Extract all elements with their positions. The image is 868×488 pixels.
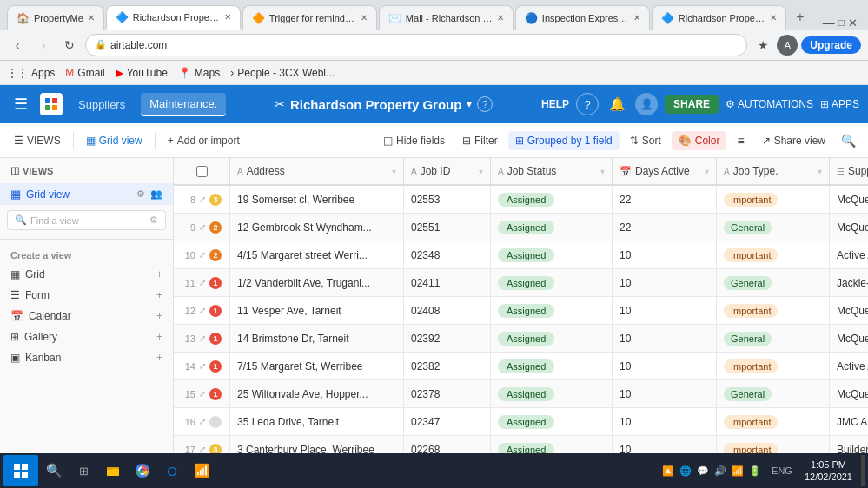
start-button[interactable] — [3, 455, 38, 486]
expand-icon[interactable]: ⤢ — [199, 445, 206, 453]
extensions-button[interactable]: ★ — [752, 35, 773, 56]
info-icon[interactable]: ? — [477, 96, 493, 112]
profile-button[interactable]: A — [777, 35, 798, 56]
row-check[interactable]: 9 ⤢ 2 — [174, 214, 230, 241]
nav-maintenance[interactable]: Maintenance. — [141, 93, 226, 116]
expand-icon[interactable]: ⤢ — [199, 417, 206, 426]
row-check[interactable]: 13 ⤢ 1 — [174, 325, 230, 352]
taskbar-explorer[interactable] — [99, 457, 127, 485]
tab-mail[interactable]: ✉️ Mail - Richardson PG... ✕ — [379, 5, 514, 30]
table-row[interactable]: 8 ⤢ 3 19 Somerset cl, Werribee 02553 Ass… — [174, 186, 868, 214]
bookmark-youtube[interactable]: ▶YouTube — [116, 67, 168, 79]
expand-icon[interactable]: ⤢ — [199, 222, 206, 232]
table-row[interactable]: 9 ⤢ 2 12 Gembrook St Wyndham... 02551 As… — [174, 214, 868, 241]
help-icon[interactable]: ? — [576, 93, 599, 115]
new-tab-button[interactable]: + — [788, 5, 812, 30]
filter-button[interactable]: ⊟Filter — [455, 131, 505, 150]
tab-trigger[interactable]: 🔶 Trigger for reminder to... ✕ — [242, 5, 377, 30]
add-import-button[interactable]: +Add or import — [161, 131, 247, 150]
dropdown-icon[interactable]: ▾ — [467, 98, 472, 110]
header-status[interactable]: A Job Status ▾ — [491, 158, 613, 184]
automations-button[interactable]: ⚙AUTOMATIONS — [726, 98, 813, 110]
app-menu-button[interactable]: ☰ — [9, 92, 33, 116]
select-all-checkbox[interactable] — [196, 166, 208, 177]
row-check[interactable]: 15 ⤢ 1 — [174, 380, 230, 407]
bookmark-gmail[interactable]: MGmail — [65, 67, 104, 79]
close-button[interactable]: ✕ — [848, 16, 858, 30]
expand-icon[interactable]: ⤢ — [199, 195, 206, 204]
find-view-input[interactable]: 🔍 Find a view ⚙ — [7, 210, 166, 230]
row-check[interactable]: 14 ⤢ 1 — [174, 353, 230, 379]
search-button[interactable]: 🔍 — [836, 130, 861, 151]
apps-button[interactable]: ⊞APPS — [820, 98, 859, 110]
taskbar-chrome[interactable] — [129, 457, 156, 485]
color-button[interactable]: 🎨Color — [672, 131, 727, 150]
row-check[interactable]: 16 ⤢ — [174, 408, 230, 435]
notifications-icon[interactable]: 🔔 — [606, 93, 628, 115]
share-button[interactable]: SHARE — [665, 95, 719, 114]
tab-close-icon[interactable]: ✕ — [497, 13, 504, 23]
tab-richardson-1[interactable]: 🔷 Richardson Property G... ✕ — [106, 5, 241, 30]
forward-button[interactable]: › — [33, 35, 54, 56]
create-form-view[interactable]: ☰ Form + — [0, 285, 173, 306]
row-check[interactable]: 10 ⤢ 2 — [174, 241, 230, 268]
row-check[interactable]: 11 ⤢ 1 — [174, 269, 230, 296]
expand-icon[interactable]: ⤢ — [199, 333, 206, 343]
create-grid-view[interactable]: ▦ Grid + — [0, 264, 173, 285]
table-row[interactable]: 12 ⤢ 1 11 Vesper Ave, Tarneit 02408 Assi… — [174, 297, 868, 325]
table-row[interactable]: 17 ⤢ 3 3 Canterbury Place, Werribee 0226… — [174, 436, 868, 453]
row-check[interactable]: 12 ⤢ 1 — [174, 297, 230, 324]
expand-icon[interactable]: ⤢ — [199, 306, 206, 315]
tab-close-icon[interactable]: ✕ — [224, 12, 231, 22]
taskbar-outlook[interactable]: O — [158, 457, 186, 485]
tab-richardson-2[interactable]: 🔷 Richardson Property G... ✕ — [652, 5, 786, 30]
expand-icon[interactable]: ⤢ — [199, 250, 206, 260]
expand-icon[interactable]: ⤢ — [199, 361, 206, 371]
views-toggle[interactable]: ☰VIEWS — [7, 131, 68, 150]
tab-inspection[interactable]: 🔵 Inspection Express Ad... ✕ — [515, 5, 650, 30]
expand-icon[interactable]: ⤢ — [199, 278, 206, 287]
maximize-button[interactable]: □ — [838, 16, 845, 29]
upgrade-button[interactable]: Upgrade — [801, 36, 861, 54]
grid-view-item[interactable]: ▦ Grid view ⚙ 👥 — [0, 183, 173, 205]
bookmark-apps[interactable]: ⋮⋮Apps — [7, 67, 55, 79]
user-avatar[interactable]: 👤 — [635, 93, 658, 115]
row-check[interactable]: 8 ⤢ 3 — [174, 186, 230, 213]
reload-button[interactable]: ↻ — [59, 35, 80, 56]
search-taskbar[interactable]: 🔍 — [40, 457, 68, 485]
expand-icon[interactable]: ⤢ — [199, 389, 206, 399]
tab-propertyme[interactable]: 🏠 PropertyMe ✕ — [7, 5, 104, 30]
show-desktop-button[interactable] — [861, 455, 865, 486]
system-tray[interactable]: 🔼 🌐 💬 🔊 📶 🔋 — [657, 465, 766, 477]
address-bar[interactable]: 🔒 airtable.com — [85, 34, 747, 56]
table-row[interactable]: 14 ⤢ 1 7/15 Margaret St, Werribee 02382 … — [174, 353, 868, 380]
create-kanban-view[interactable]: ▣ Kanban + — [0, 347, 173, 368]
tab-close-icon[interactable]: ✕ — [633, 13, 640, 23]
tab-close-icon[interactable]: ✕ — [88, 13, 95, 23]
settings-icon[interactable]: ⚙ — [136, 188, 145, 200]
view-settings-icon[interactable]: ⚙ — [149, 214, 158, 226]
header-jobid[interactable]: A Job ID ▾ — [404, 158, 491, 184]
table-row[interactable]: 11 ⤢ 1 1/2 Vanderbilt Ave, Trugani... 02… — [174, 269, 868, 297]
share-view-button[interactable]: ↗Share view — [755, 131, 832, 150]
create-calendar-view[interactable]: 📅 Calendar + — [0, 306, 173, 326]
sort-button[interactable]: ⇅Sort — [623, 131, 668, 150]
header-days[interactable]: 📅 Days Active ▾ — [613, 158, 717, 184]
task-view-button[interactable]: ⊞ — [70, 457, 97, 485]
row-check[interactable]: 17 ⤢ 3 — [174, 436, 230, 453]
header-check[interactable] — [174, 158, 230, 184]
bookmark-maps[interactable]: 📍Maps — [178, 67, 220, 79]
create-gallery-view[interactable]: ⊞ Gallery + — [0, 326, 173, 347]
header-suppliers[interactable]: ☰ Suppliers ▾ — [830, 158, 868, 184]
back-button[interactable]: ‹ — [7, 35, 28, 56]
table-row[interactable]: 13 ⤢ 1 14 Brimstone Dr, Tarneit 02392 As… — [174, 325, 868, 353]
table-row[interactable]: 15 ⤢ 1 25 Wiltonvale Ave, Hopper... 0237… — [174, 380, 868, 408]
grouped-button[interactable]: ⊞Grouped by 1 field — [508, 131, 620, 150]
header-address[interactable]: A Address ▾ — [230, 158, 404, 184]
tab-close-icon[interactable]: ✕ — [361, 13, 368, 23]
taskbar-network[interactable]: 📶 — [188, 457, 215, 485]
hide-fields-button[interactable]: ◫Hide fields — [376, 131, 452, 150]
users-icon[interactable]: 👥 — [150, 188, 162, 200]
row-height-button[interactable]: ≡ — [730, 130, 751, 151]
tab-close-icon[interactable]: ✕ — [770, 13, 777, 23]
